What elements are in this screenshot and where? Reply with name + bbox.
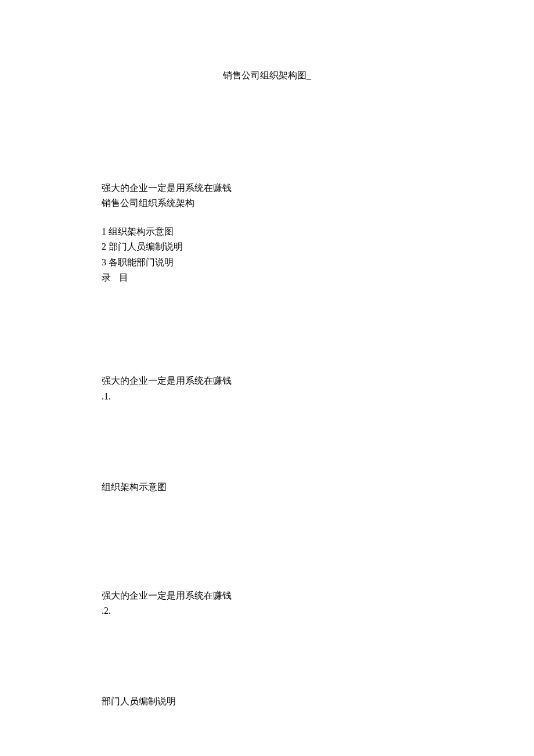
section-1-header-block: 强大的企业一定是用系统在赚钱 .1. [102, 373, 476, 404]
title-text: 销售公司组织架构图 [223, 70, 306, 80]
section-1-title-block: 组织架构示意图 [102, 480, 476, 495]
toc-item-3: 3 各职能部门说明 [102, 255, 476, 270]
section-1-number: .1. [102, 389, 476, 404]
section-2-header-block: 强大的企业一定是用系统在赚钱 .2. [102, 588, 476, 619]
section-2-number: .2. [102, 603, 476, 618]
toc-label-mu: 目 [119, 272, 128, 282]
toc-item-1: 1 组织架构示意图 [102, 224, 476, 239]
title-cursor: _ [306, 70, 311, 80]
intro-line-2: 销售公司组织系统架构 [102, 196, 476, 211]
section-2-header: 强大的企业一定是用系统在赚钱 [102, 588, 476, 603]
toc-block: 1 组织架构示意图 2 部门人员编制说明 3 各职能部门说明 录目 [102, 224, 476, 286]
toc-label-lu: 录 [102, 272, 111, 282]
section-1-title: 组织架构示意图 [102, 480, 476, 495]
section-2-title: 部门人员编制说明 [102, 694, 476, 709]
document-title: 销售公司组织架构图_ [58, 70, 476, 82]
toc-label: 录目 [102, 270, 476, 285]
document-page: 销售公司组织架构图_ 强大的企业一定是用系统在赚钱 销售公司组织系统架构 1 组… [0, 0, 534, 710]
section-2-title-block: 部门人员编制说明 [102, 694, 476, 709]
intro-line-1: 强大的企业一定是用系统在赚钱 [102, 181, 476, 196]
toc-item-2: 2 部门人员编制说明 [102, 239, 476, 254]
section-1-header: 强大的企业一定是用系统在赚钱 [102, 373, 476, 388]
intro-block: 强大的企业一定是用系统在赚钱 销售公司组织系统架构 [102, 181, 476, 211]
